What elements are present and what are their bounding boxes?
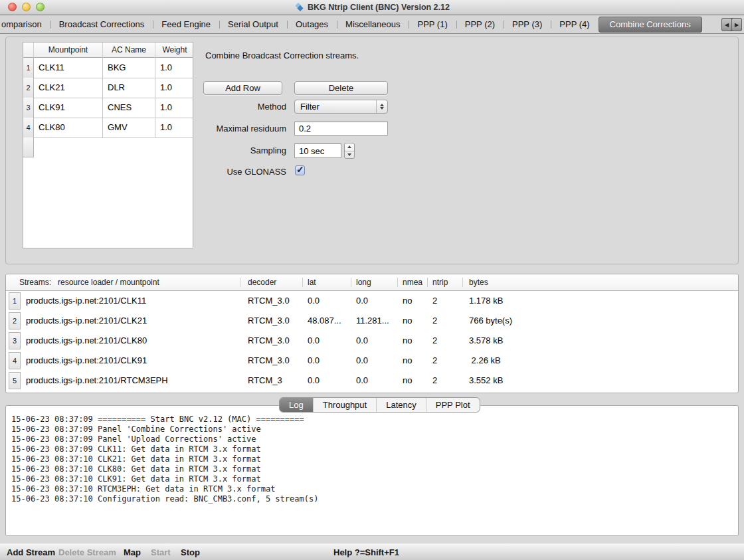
name-cell: products.igs-ip.net:2101/CLK80 bbox=[26, 331, 147, 351]
tab-combine-corrections[interactable]: Combine Corrections bbox=[599, 17, 702, 33]
tab-broadcast-corrections[interactable]: Broadcast Corrections bbox=[50, 17, 153, 33]
ntrip-cell: 2 bbox=[432, 291, 437, 311]
ac-name-cell[interactable]: DLR bbox=[103, 78, 155, 98]
row-number-cell[interactable]: 4 bbox=[9, 352, 21, 369]
bytes-cell: 2.26 kB bbox=[469, 351, 501, 371]
row-number-cell bbox=[23, 138, 34, 157]
decoder-cell: RTCM_3.0 bbox=[248, 351, 290, 371]
lat-cell: 0.0 bbox=[308, 351, 320, 371]
row-number-cell[interactable]: 4 bbox=[23, 118, 34, 138]
tab-scroll-right-icon[interactable]: ▶ bbox=[732, 19, 741, 31]
col-header-ntrip[interactable]: ntrip bbox=[432, 274, 448, 291]
mountpoint-cell[interactable]: CLK11 bbox=[34, 58, 103, 78]
row-number-cell[interactable]: 2 bbox=[9, 312, 21, 329]
ac-name-cell[interactable]: CNES bbox=[103, 98, 155, 118]
streams-table-header: Streams: resource loader / mountpoint de… bbox=[6, 274, 738, 291]
nmea-cell: no bbox=[403, 291, 412, 311]
tab-latency[interactable]: Latency bbox=[376, 398, 426, 412]
lat-cell: 0.0 bbox=[308, 371, 320, 391]
lat-cell: 48.087... bbox=[308, 311, 341, 331]
tab-ppp-2[interactable]: PPP (2) bbox=[456, 17, 504, 33]
col-header-ac-name[interactable]: AC Name bbox=[103, 43, 155, 58]
decoder-cell: RTCM_3.0 bbox=[248, 311, 290, 331]
mountpoint-cell[interactable]: CLK80 bbox=[34, 118, 103, 138]
table-row: 2CLK21DLR1.0 bbox=[23, 78, 193, 98]
row-number-cell[interactable]: 3 bbox=[9, 332, 21, 349]
ac-name-cell[interactable]: GMV bbox=[103, 118, 155, 138]
col-header-lat[interactable]: lat bbox=[308, 274, 316, 291]
title-bar: BKG Ntrip Client (BNC) Version 2.12 bbox=[0, 0, 744, 15]
tab-outages[interactable]: Outages bbox=[287, 17, 337, 33]
tab-throughput[interactable]: Throughput bbox=[313, 398, 377, 412]
long-cell: 0.0 bbox=[356, 371, 368, 391]
action-delete-stream: Delete Stream bbox=[58, 544, 116, 560]
tab-ppp-1[interactable]: PPP (1) bbox=[409, 17, 456, 33]
row-number-cell[interactable]: 1 bbox=[9, 292, 21, 310]
method-dropdown[interactable]: Filter bbox=[294, 100, 388, 114]
help-shortcut-label: Help ?=Shift+F1 bbox=[333, 544, 399, 560]
row-number-cell[interactable]: 3 bbox=[23, 98, 34, 118]
tab-feed-engine[interactable]: Feed Engine bbox=[153, 17, 219, 33]
tab-list: omparisonBroadcast CorrectionsFeed Engin… bbox=[0, 16, 719, 33]
bytes-cell: 766 byte(s) bbox=[469, 311, 512, 331]
row-number-cell[interactable]: 1 bbox=[23, 58, 34, 78]
chevron-up-down-icon bbox=[376, 100, 387, 113]
action-add-stream[interactable]: Add Stream bbox=[7, 544, 55, 560]
row-number-cell[interactable]: 5 bbox=[9, 372, 21, 389]
column-divider bbox=[302, 278, 303, 287]
col-header-streams[interactable]: Streams: resource loader / mountpoint bbox=[19, 274, 159, 291]
long-cell: 0.0 bbox=[356, 291, 368, 311]
combine-corrections-panel: Mountpoint AC Name Weight 1CLK11BKG1.02C… bbox=[5, 37, 739, 264]
tab-ppp-4[interactable]: PPP (4) bbox=[551, 17, 598, 33]
header-corner bbox=[23, 43, 34, 58]
weight-cell[interactable]: 1.0 bbox=[155, 78, 193, 98]
residuum-label: Maximal residuum bbox=[172, 124, 286, 134]
name-cell: products.igs-ip.net:2101/CLK21 bbox=[26, 311, 147, 331]
bottom-tab-group: LogThroughputLatencyPPP Plot bbox=[279, 397, 480, 413]
col-header-nmea[interactable]: nmea bbox=[403, 274, 422, 291]
decoder-cell: RTCM_3.0 bbox=[248, 331, 290, 351]
mountpoint-cell[interactable]: CLK21 bbox=[34, 78, 103, 98]
tab-bar: omparisonBroadcast CorrectionsFeed Engin… bbox=[0, 15, 744, 34]
tab-log[interactable]: Log bbox=[280, 398, 313, 412]
column-divider bbox=[397, 278, 398, 287]
log-text: 15-06-23 08:37:09 ========== Start BNC v… bbox=[11, 415, 738, 504]
col-header-long[interactable]: long bbox=[356, 274, 371, 291]
mountpoint-cell[interactable]: CLK91 bbox=[34, 98, 103, 118]
sampling-increment-button[interactable] bbox=[345, 143, 354, 151]
tab-ppp-plot[interactable]: PPP Plot bbox=[426, 398, 480, 412]
bytes-cell: 1.178 kB bbox=[469, 291, 503, 311]
weight-cell[interactable]: 1.0 bbox=[155, 58, 193, 78]
table-row-empty bbox=[23, 138, 193, 157]
ac-name-cell[interactable]: BKG bbox=[103, 58, 155, 78]
tab-miscellaneous[interactable]: Miscellaneous bbox=[337, 17, 409, 33]
column-divider bbox=[240, 278, 240, 287]
add-row-button[interactable]: Add Row bbox=[203, 81, 282, 95]
action-map[interactable]: Map bbox=[124, 544, 141, 560]
nmea-cell: no bbox=[403, 331, 412, 351]
long-cell: 11.281... bbox=[356, 311, 389, 331]
tab-ppp-3[interactable]: PPP (3) bbox=[504, 17, 551, 33]
row-number-cell[interactable]: 2 bbox=[23, 78, 34, 98]
col-header-weight[interactable]: Weight bbox=[155, 43, 193, 58]
sampling-input[interactable] bbox=[294, 143, 341, 158]
table-row: 2products.igs-ip.net:2101/CLK21RTCM_3.04… bbox=[6, 311, 738, 331]
glonass-checkbox[interactable] bbox=[295, 165, 305, 175]
mountpoint-table-header: Mountpoint AC Name Weight bbox=[23, 43, 193, 58]
col-header-mountpoint[interactable]: Mountpoint bbox=[34, 43, 103, 58]
table-row: 3products.igs-ip.net:2101/CLK80RTCM_3.00… bbox=[6, 331, 738, 351]
tab-omparison[interactable]: omparison bbox=[0, 17, 50, 33]
delete-button[interactable]: Delete bbox=[294, 81, 388, 95]
log-output[interactable]: 15-06-23 08:37:09 ========== Start BNC v… bbox=[5, 405, 739, 536]
sampling-decrement-button[interactable] bbox=[345, 151, 354, 159]
col-header-bytes[interactable]: bytes bbox=[469, 274, 488, 291]
action-start: Start bbox=[151, 544, 171, 560]
tab-serial-output[interactable]: Serial Output bbox=[219, 17, 287, 33]
action-stop[interactable]: Stop bbox=[181, 544, 200, 560]
col-header-decoder[interactable]: decoder bbox=[248, 274, 276, 291]
residuum-input[interactable] bbox=[294, 122, 388, 136]
column-divider bbox=[427, 278, 428, 287]
tab-scroll-left-icon[interactable]: ◀ bbox=[722, 19, 731, 31]
method-value: Filter bbox=[300, 102, 320, 112]
long-cell: 0.0 bbox=[356, 331, 368, 351]
